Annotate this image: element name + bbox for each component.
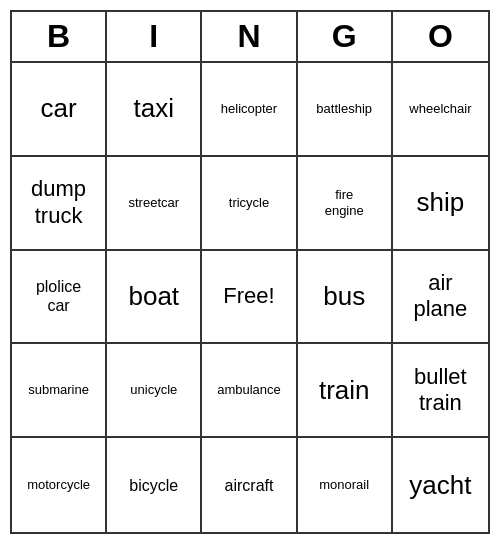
cell-18: train <box>298 344 393 438</box>
header-letter-o: O <box>393 12 488 61</box>
bingo-header: BINGO <box>12 12 488 63</box>
cell-11: boat <box>107 251 202 345</box>
cell-9: ship <box>393 157 488 251</box>
header-letter-n: N <box>202 12 297 61</box>
cell-0: car <box>12 63 107 157</box>
cell-14: airplane <box>393 251 488 345</box>
cell-22: aircraft <box>202 438 297 532</box>
cell-20: motorcycle <box>12 438 107 532</box>
cell-5: dumptruck <box>12 157 107 251</box>
header-letter-i: I <box>107 12 202 61</box>
cell-24: yacht <box>393 438 488 532</box>
cell-23: monorail <box>298 438 393 532</box>
bingo-grid: cartaxihelicopterbattleshipwheelchairdum… <box>12 63 488 532</box>
header-letter-b: B <box>12 12 107 61</box>
cell-16: unicycle <box>107 344 202 438</box>
cell-17: ambulance <box>202 344 297 438</box>
cell-7: tricycle <box>202 157 297 251</box>
cell-19: bullettrain <box>393 344 488 438</box>
cell-1: taxi <box>107 63 202 157</box>
cell-8: fireengine <box>298 157 393 251</box>
cell-13: bus <box>298 251 393 345</box>
bingo-card: BINGO cartaxihelicopterbattleshipwheelch… <box>10 10 490 534</box>
header-letter-g: G <box>298 12 393 61</box>
cell-3: battleship <box>298 63 393 157</box>
cell-21: bicycle <box>107 438 202 532</box>
cell-10: plolicecar <box>12 251 107 345</box>
cell-12: Free! <box>202 251 297 345</box>
cell-2: helicopter <box>202 63 297 157</box>
cell-6: streetcar <box>107 157 202 251</box>
cell-15: submarine <box>12 344 107 438</box>
cell-4: wheelchair <box>393 63 488 157</box>
